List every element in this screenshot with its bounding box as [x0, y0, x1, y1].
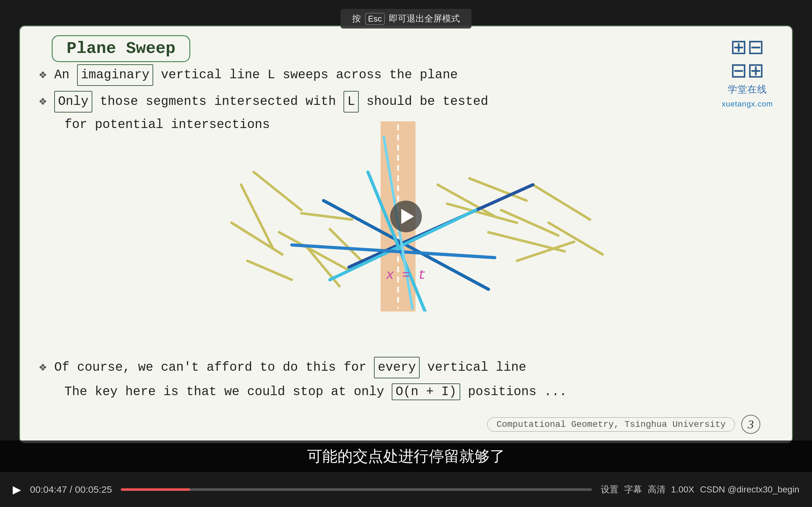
bullet1-boxed: imaginary	[77, 64, 153, 86]
esc-bar: 按 Esc 即可退出全屏模式	[341, 9, 472, 29]
footer-course: Computational Geometry, Tsinghua Univers…	[487, 417, 735, 432]
right-controls: 设置 字幕 高清 1.00X CSDN @directx30_begin	[601, 484, 799, 496]
settings-button[interactable]: 设置	[601, 484, 618, 496]
subtitle-bar: 可能的交点处进行停留就够了	[0, 441, 812, 472]
controls-bar: ▶ 00:04:47 / 00:05:25 设置 字幕 高清 1.00X CSD…	[0, 472, 812, 507]
bullet4-suffix: positions ...	[460, 385, 567, 399]
bullet2-only: Only	[54, 91, 92, 112]
diagram: x = t	[52, 121, 760, 312]
bullet3-prefix: Of course, we can't afford to do this fo…	[54, 360, 374, 375]
bullet1-suffix: vertical line L sweeps across the plane	[153, 68, 458, 82]
svg-line-5	[308, 248, 339, 286]
bullet3-every: every	[374, 357, 420, 378]
bullets-bottom: Of course, we can't afford to do this fo…	[39, 357, 773, 408]
bullet4-prefix: The key here is that we could stop at on…	[64, 385, 392, 399]
progress-bar[interactable]	[121, 488, 592, 491]
esc-suffix: 即可退出全屏模式	[389, 14, 460, 23]
slide: Plane Sweep ⊞⊟⊟⊞ 学堂在线xuetangx.com An ima…	[19, 25, 793, 444]
svg-line-4	[301, 213, 352, 220]
bullet2-mid2: should be tested	[359, 95, 488, 109]
bullet-1: An imaginary vertical line L sweeps acro…	[39, 64, 773, 86]
bullet-2: Only those segments intersected with L s…	[39, 91, 773, 112]
bullet2-mid1: those segments intersected with	[92, 95, 344, 109]
esc-key: Esc	[365, 13, 385, 25]
bullet2-L: L	[344, 91, 359, 112]
bullet3-suffix: vertical line	[420, 360, 526, 375]
svg-line-14	[533, 185, 590, 220]
bullet-3: Of course, we can't afford to do this fo…	[39, 357, 773, 378]
svg-line-1	[254, 172, 301, 210]
bullet-4: The key here is that we could stop at on…	[64, 383, 773, 400]
svg-line-7	[247, 261, 292, 280]
speed-button[interactable]: 1.00X	[671, 485, 694, 495]
xt-label: x = t	[386, 268, 426, 283]
svg-line-10	[469, 178, 526, 201]
subtitle-text: 可能的交点处进行停留就够了	[307, 448, 505, 464]
quality-button[interactable]: 高清	[648, 484, 665, 496]
time-total: 00:05:25	[75, 484, 112, 495]
time-display: 00:04:47 / 00:05:25	[30, 484, 112, 495]
svg-line-8	[438, 185, 495, 216]
page-number: 3	[741, 415, 760, 434]
bullet1-prefix: An	[54, 68, 77, 82]
svg-line-2	[232, 223, 282, 255]
play-button[interactable]	[390, 201, 422, 232]
slide-title: Plane Sweep	[52, 35, 190, 62]
progress-fill	[121, 488, 190, 491]
slide-footer: Computational Geometry, Tsinghua Univers…	[487, 415, 760, 434]
subtitle-button[interactable]: 字幕	[624, 484, 642, 496]
play-pause-button[interactable]: ▶	[13, 481, 21, 498]
esc-prefix: 按	[352, 14, 361, 23]
time-current: 00:04:47	[30, 484, 67, 495]
bullet4-on: O(n + I)	[392, 383, 460, 400]
user-info: CSDN @directx30_begin	[700, 485, 799, 495]
svg-line-6	[330, 229, 362, 261]
